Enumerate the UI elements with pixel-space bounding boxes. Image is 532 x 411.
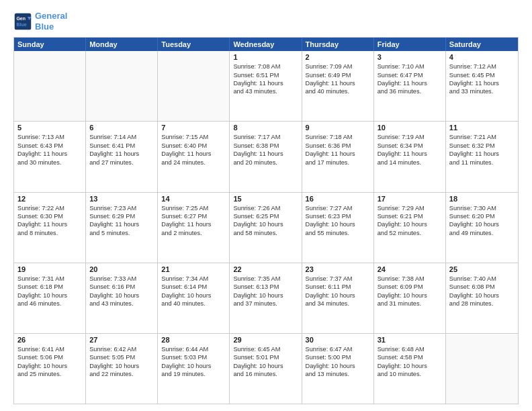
sunrise-time: Sunrise: 7:27 AM — [306, 204, 370, 212]
day-number: 16 — [306, 195, 370, 203]
sunset-time: Sunset: 6:16 PM — [89, 283, 154, 291]
table-row: 24Sunrise: 7:38 AMSunset: 6:09 PMDayligh… — [374, 263, 446, 333]
sunrise-time: Sunrise: 6:44 AM — [161, 345, 226, 353]
table-row: 14Sunrise: 7:25 AMSunset: 6:27 PMDayligh… — [158, 193, 230, 263]
sunrise-time: Sunrise: 6:47 AM — [306, 345, 370, 353]
table-row: 8Sunrise: 7:17 AMSunset: 6:38 PMDaylight… — [230, 122, 302, 191]
week-row-2: 5Sunrise: 7:13 AMSunset: 6:43 PMDaylight… — [14, 121, 518, 191]
table-row — [158, 51, 230, 121]
daylight-minutes: and 40 minutes. — [161, 300, 226, 308]
logo-icon: Gen Blue — [13, 12, 32, 31]
sunset-time: Sunset: 6:14 PM — [161, 283, 226, 291]
daylight-minutes: and 52 minutes. — [378, 229, 442, 237]
daylight-hours: Daylight: 10 hours — [17, 362, 82, 370]
table-row — [446, 334, 518, 404]
daylight-minutes: and 16 minutes. — [233, 370, 298, 378]
day-number: 9 — [306, 124, 370, 132]
day-number: 18 — [449, 195, 515, 203]
table-row: 28Sunrise: 6:44 AMSunset: 5:03 PMDayligh… — [158, 334, 230, 404]
table-row: 17Sunrise: 7:29 AMSunset: 6:21 PMDayligh… — [374, 193, 446, 263]
daylight-hours: Daylight: 11 hours — [161, 150, 226, 158]
day-number: 3 — [378, 53, 442, 61]
daylight-hours: Daylight: 10 hours — [378, 291, 442, 300]
calendar-body: 1Sunrise: 7:08 AMSunset: 6:51 PMDaylight… — [14, 51, 518, 404]
sunrise-time: Sunrise: 7:38 AM — [378, 275, 442, 283]
day-number: 26 — [17, 336, 82, 344]
week-row-3: 12Sunrise: 7:22 AMSunset: 6:30 PMDayligh… — [14, 192, 518, 263]
daylight-hours: Daylight: 10 hours — [306, 291, 370, 300]
day-number: 31 — [378, 336, 442, 344]
sunset-time: Sunset: 6:20 PM — [449, 212, 515, 220]
sunset-time: Sunset: 6:25 PM — [233, 212, 298, 220]
sunset-time: Sunset: 6:40 PM — [161, 142, 226, 150]
sunrise-time: Sunrise: 6:41 AM — [17, 345, 82, 353]
day-number: 25 — [449, 265, 515, 273]
table-row: 1Sunrise: 7:08 AMSunset: 6:51 PMDaylight… — [230, 51, 302, 121]
week-row-4: 19Sunrise: 7:31 AMSunset: 6:18 PMDayligh… — [14, 263, 518, 333]
col-header-monday: Monday — [86, 38, 158, 51]
daylight-minutes: and 36 minutes. — [378, 87, 442, 95]
daylight-minutes: and 46 minutes. — [17, 300, 82, 308]
daylight-hours: Daylight: 11 hours — [17, 150, 82, 158]
daylight-hours: Daylight: 10 hours — [161, 291, 226, 300]
sunrise-time: Sunrise: 7:35 AM — [233, 275, 298, 283]
sunset-time: Sunset: 6:45 PM — [449, 71, 515, 79]
sunset-time: Sunset: 6:27 PM — [161, 212, 226, 220]
table-row: 26Sunrise: 6:41 AMSunset: 5:06 PMDayligh… — [14, 334, 86, 404]
table-row: 7Sunrise: 7:15 AMSunset: 6:40 PMDaylight… — [158, 122, 230, 191]
sunrise-time: Sunrise: 6:48 AM — [378, 345, 442, 353]
sunset-time: Sunset: 6:23 PM — [306, 212, 370, 220]
daylight-minutes: and 14 minutes. — [378, 158, 442, 167]
sunset-time: Sunset: 6:11 PM — [306, 283, 370, 291]
sunrise-time: Sunrise: 7:30 AM — [449, 204, 515, 212]
sunrise-time: Sunrise: 6:42 AM — [89, 345, 154, 353]
daylight-hours: Daylight: 11 hours — [306, 150, 370, 158]
daylight-hours: Daylight: 10 hours — [233, 220, 298, 228]
daylight-hours: Daylight: 11 hours — [89, 220, 154, 228]
sunrise-time: Sunrise: 7:15 AM — [161, 133, 226, 141]
daylight-hours: Daylight: 11 hours — [306, 79, 370, 87]
table-row: 27Sunrise: 6:42 AMSunset: 5:05 PMDayligh… — [86, 334, 158, 404]
table-row: 19Sunrise: 7:31 AMSunset: 6:18 PMDayligh… — [14, 263, 86, 333]
day-number: 1 — [233, 53, 298, 61]
daylight-minutes: and 55 minutes. — [306, 229, 370, 237]
daylight-minutes: and 43 minutes. — [89, 300, 154, 308]
col-header-thursday: Thursday — [302, 38, 374, 51]
logo-text: GeneralBlue — [35, 11, 67, 32]
sunset-time: Sunset: 6:41 PM — [89, 142, 154, 150]
sunrise-time: Sunrise: 7:31 AM — [17, 275, 82, 283]
sunrise-time: Sunrise: 7:26 AM — [233, 204, 298, 212]
daylight-minutes: and 43 minutes. — [233, 87, 298, 95]
daylight-minutes: and 37 minutes. — [233, 300, 298, 308]
table-row — [14, 51, 86, 121]
sunrise-time: Sunrise: 7:13 AM — [17, 133, 82, 141]
sunrise-time: Sunrise: 7:25 AM — [161, 204, 226, 212]
table-row: 18Sunrise: 7:30 AMSunset: 6:20 PMDayligh… — [446, 193, 518, 263]
daylight-hours: Daylight: 10 hours — [17, 291, 82, 300]
table-row: 12Sunrise: 7:22 AMSunset: 6:30 PMDayligh… — [14, 193, 86, 263]
day-number: 11 — [449, 124, 515, 132]
sunrise-time: Sunrise: 7:22 AM — [17, 204, 82, 212]
daylight-minutes: and 27 minutes. — [89, 158, 154, 167]
sunset-time: Sunset: 4:58 PM — [378, 353, 442, 361]
daylight-minutes: and 34 minutes. — [306, 300, 370, 308]
svg-text:Gen: Gen — [16, 16, 26, 21]
day-number: 14 — [161, 195, 226, 203]
daylight-minutes: and 5 minutes. — [89, 229, 154, 237]
calendar-header: SundayMondayTuesdayWednesdayThursdayFrid… — [14, 38, 518, 51]
daylight-minutes: and 17 minutes. — [306, 158, 370, 167]
day-number: 21 — [161, 265, 226, 273]
sunrise-time: Sunrise: 7:19 AM — [378, 133, 442, 141]
sunset-time: Sunset: 6:13 PM — [233, 283, 298, 291]
daylight-minutes: and 31 minutes. — [378, 300, 442, 308]
day-number: 27 — [89, 336, 154, 344]
daylight-minutes: and 11 minutes. — [449, 158, 515, 167]
daylight-hours: Daylight: 11 hours — [378, 79, 442, 87]
logo: Gen Blue GeneralBlue — [13, 11, 67, 32]
col-header-saturday: Saturday — [446, 38, 518, 51]
table-row: 2Sunrise: 7:09 AMSunset: 6:49 PMDaylight… — [302, 51, 374, 121]
day-number: 2 — [306, 53, 370, 61]
daylight-hours: Daylight: 10 hours — [378, 362, 442, 370]
day-number: 5 — [17, 124, 82, 132]
sunrise-time: Sunrise: 7:10 AM — [378, 62, 442, 71]
